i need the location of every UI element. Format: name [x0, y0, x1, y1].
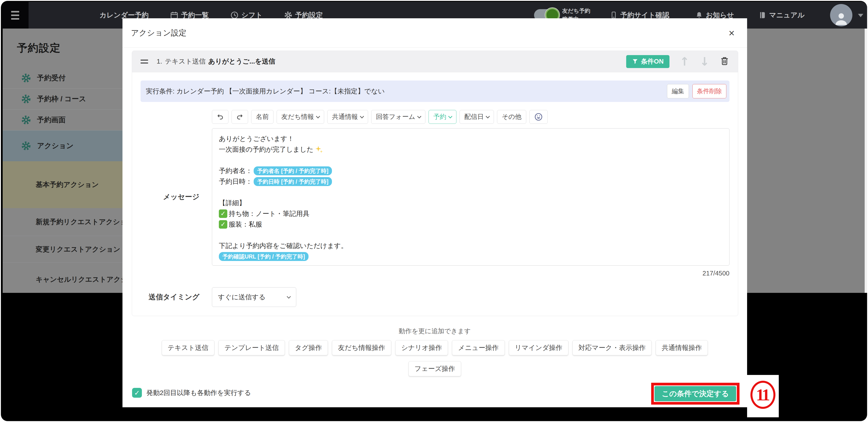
sidebar-menu: 予約受付予約枠 / コース予約画面アクション [3, 68, 122, 161]
message-line: 一次面接の予約が完了しました [219, 144, 722, 155]
toolbar-button-label: 配信日 [464, 112, 484, 121]
redo-button[interactable] [231, 110, 248, 124]
sidebar-subitem-3[interactable]: キャンセルリクエストアクション [3, 263, 122, 293]
manual-link[interactable]: マニュアル [758, 2, 805, 29]
add-action-button-1-8[interactable]: 共通情報操作 [656, 340, 708, 355]
book-icon [758, 11, 767, 19]
variable-tag[interactable]: 予約者名 [予約 / 予約完了時] [254, 166, 332, 175]
variable-tag[interactable]: 予約日時 [予約 / 予約完了時] [254, 177, 332, 186]
undo-button[interactable] [212, 110, 228, 124]
message-line [219, 230, 722, 240]
add-action-button-1-3[interactable]: 友だち情報操作 [332, 340, 391, 355]
action-card-header: 1. テキスト送信 ありがとうご...を送信 条件ON ↑ ↓ [132, 51, 738, 72]
chevron-down-icon [448, 114, 453, 118]
message-line: ✓服装：私服 [219, 219, 722, 230]
add-action-button-1-6[interactable]: リマインダ操作 [509, 340, 569, 355]
modal-backdrop [747, 29, 865, 293]
send-timing-label: 送信タイミング [141, 292, 212, 302]
add-action-button-2-0[interactable]: フェーズ操作 [408, 361, 461, 376]
message-line: 予約者名：予約者名 [予約 / 予約完了時] [219, 165, 722, 176]
insert-5-button[interactable]: 回答フォーム [371, 110, 426, 124]
gear-icon [21, 141, 31, 151]
add-action-button-1-0[interactable]: テキスト送信 [162, 340, 215, 355]
drag-handle-icon[interactable] [141, 60, 148, 64]
person-icon [833, 10, 849, 26]
message-line [219, 155, 722, 165]
add-action-button-1-7[interactable]: 対応マーク・表示操作 [572, 340, 652, 355]
close-icon[interactable]: × [728, 28, 735, 38]
sidebar-subitem-2[interactable]: 変更リクエストアクション [3, 236, 122, 263]
insert-8-button[interactable]: その他 [497, 110, 526, 124]
insert-4-button[interactable]: 共通情報 [327, 110, 368, 124]
sidebar-item-1[interactable]: 予約枠 / コース [3, 89, 122, 109]
message-textarea[interactable]: ありがとうございます！一次面接の予約が完了しました予約者名：予約者名 [予約 /… [212, 128, 730, 266]
user-avatar[interactable] [830, 4, 852, 26]
execution-condition-text: 実行条件: カレンダー予約 【一次面接用カレンダー】 コース:【未指定】でない [146, 87, 385, 96]
confirm-condition-button[interactable]: この条件で決定する [654, 386, 736, 401]
sidebar-item-label: 予約画面 [37, 115, 66, 125]
sidebar-subitem-1[interactable]: 新規予約リクエストアクション [3, 208, 122, 236]
message-text: 予約者名： [219, 165, 252, 176]
check-emoji-icon: ✓ [219, 209, 227, 218]
send-timing-select[interactable]: すぐに送信する [212, 287, 296, 307]
repeat-checkbox-label: 発動2回目以降も各動作を実行する [146, 388, 251, 397]
emoji-button[interactable] [529, 110, 548, 124]
add-action-hint: 動作を更に追加できます [122, 327, 747, 336]
account-dropdown-caret-icon[interactable] [858, 14, 863, 17]
chevron-down-icon [486, 114, 490, 118]
sidebar-item-0[interactable]: 予約受付 [3, 68, 122, 89]
page-scrollbar[interactable] [865, 29, 867, 293]
move-up-icon[interactable]: ↑ [680, 56, 689, 67]
toolbar-button-label: 名前 [256, 112, 269, 121]
move-down-icon[interactable]: ↓ [700, 56, 709, 67]
message-line: ありがとうございます！ [219, 133, 722, 144]
message-line: 予約確認URL [予約 / 予約完了時] [219, 251, 722, 262]
chevron-down-icon [417, 114, 422, 118]
toolbar-button-label: 予約 [433, 112, 446, 121]
modal-title: アクション設定 [131, 28, 186, 38]
settings-sidebar: 予約設定 予約受付予約枠 / コース予約画面アクション 基本予約アクション新規予… [3, 29, 122, 293]
add-action-button-1-5[interactable]: メニュー操作 [452, 340, 505, 355]
undo-icon [217, 113, 224, 121]
insert-3-button[interactable]: 友だち情報 [277, 110, 324, 124]
message-text: 服装：私服 [229, 219, 262, 230]
remove-condition-button[interactable]: 条件削除 [692, 84, 726, 98]
sidebar-item-label: 予約受付 [37, 73, 66, 83]
add-action-button-1-2[interactable]: タグ操作 [289, 340, 328, 355]
toolbar-button-label: 共通情報 [332, 112, 358, 121]
message-text: 【詳細】 [219, 198, 246, 208]
sidebar-subitem-0-selected[interactable]: 基本予約アクション [3, 161, 122, 208]
redo-icon [236, 113, 243, 121]
variable-tag[interactable]: 予約確認URL [予約 / 予約完了時] [219, 252, 309, 261]
delete-action-button[interactable] [720, 56, 730, 67]
sidebar-item-3-selected[interactable]: アクション [3, 130, 122, 161]
edit-condition-button[interactable]: 編集 [667, 84, 689, 98]
add-action-row-1: テキスト送信テンプレート送信タグ操作友だち情報操作シナリオ操作メニュー操作リマイ… [122, 340, 747, 355]
message-line: 【詳細】 [219, 198, 722, 208]
add-action-row-2: フェーズ操作 [122, 361, 747, 376]
sidebar-item-2[interactable]: 予約画面 [3, 109, 122, 130]
add-action-button-1-4[interactable]: シナリオ操作 [395, 340, 448, 355]
funnel-icon [632, 59, 638, 65]
condition-on-button[interactable]: 条件ON [626, 55, 670, 68]
message-line: ✓持ち物：ノート・筆記用具 [219, 208, 722, 219]
add-action-button-1-1[interactable]: テンプレート送信 [218, 340, 285, 355]
gear-icon [21, 115, 31, 125]
insert-7-button[interactable]: 配信日 [460, 110, 494, 124]
modal-footer: ✓ 発動2回目以降も各動作を実行する [132, 388, 251, 398]
action-card-title: 1. テキスト送信 ありがとうご...を送信 [157, 57, 275, 66]
insert-2-button[interactable]: 名前 [251, 110, 274, 124]
bell-icon [695, 11, 703, 19]
char-counter: 217/4500 [141, 270, 730, 277]
modal-header: アクション設定 × [122, 18, 747, 48]
emoji-icon [534, 112, 543, 121]
repeat-checkbox[interactable]: ✓ [132, 388, 142, 398]
message-line [219, 187, 722, 198]
device-icon [610, 11, 618, 19]
toolbar-button-label: 友だち情報 [281, 112, 314, 121]
insert-6-button[interactable]: 予約 [429, 110, 457, 124]
message-text: 持ち物：ノート・筆記用具 [229, 208, 309, 219]
sidebar-submenu: 基本予約アクション新規予約リクエストアクション変更リクエストアクションキャンセル… [3, 161, 122, 293]
execution-condition-bar: 実行条件: カレンダー予約 【一次面接用カレンダー】 コース:【未指定】でない … [141, 80, 730, 102]
hamburger-menu-button[interactable] [2, 2, 29, 29]
